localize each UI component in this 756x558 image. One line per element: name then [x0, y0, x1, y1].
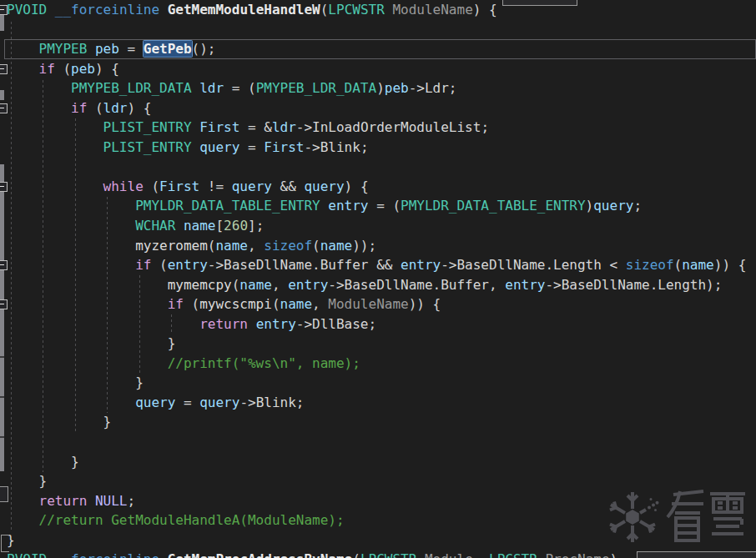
code-token-txt — [175, 218, 184, 234]
code-token-var: name — [215, 238, 248, 254]
code-line[interactable]: PMYLDR_DATA_TABLE_ENTRY entry = (PMYLDR_… — [0, 196, 756, 216]
code-token-txt: != — [199, 178, 232, 194]
code-token-txt — [192, 80, 200, 96]
code-token-txt — [248, 316, 256, 332]
fold-marker-icon[interactable] — [0, 5, 8, 15]
code-token-txt: ( — [272, 296, 280, 312]
code-line[interactable]: } — [0, 373, 756, 393]
code-token-txt — [7, 296, 168, 312]
code-token-txt — [385, 2, 393, 18]
collapsed-region-box[interactable] — [502, 0, 577, 6]
code-line[interactable]: PMYPEB_LDR_DATA ldr = (PMYPEB_LDR_DATA)p… — [0, 78, 756, 98]
code-line[interactable] — [0, 432, 756, 452]
fold-marker-icon[interactable] — [0, 182, 8, 192]
code-line[interactable] — [0, 20, 756, 40]
code-token-var: query — [593, 198, 633, 214]
code-token-mem: BaseDllName — [456, 257, 545, 273]
code-token-type: PVOID — [7, 2, 47, 18]
code-token-ctrl: if — [135, 257, 151, 273]
code-token-mem: DllBase — [312, 316, 368, 332]
code-token-type: PLIST_ENTRY — [103, 139, 192, 155]
fold-marker-icon[interactable] — [0, 103, 8, 113]
code-token-com: //return GetModuleHandleA(ModuleName); — [39, 512, 345, 528]
code-token-txt: } — [7, 414, 111, 430]
code-token-kw: sizeof — [626, 257, 674, 273]
code-line[interactable]: PLIST_ENTRY First = &ldr->InLoadOrderMod… — [0, 118, 756, 138]
code-line[interactable]: return NULL; — [0, 491, 756, 511]
code-token-kw: __forceinline — [55, 2, 159, 18]
fold-marker-icon[interactable] — [0, 260, 8, 270]
code-line[interactable]: } — [0, 334, 756, 354]
code-token-param: ModuleName — [328, 296, 408, 312]
code-token-txt — [416, 551, 425, 558]
code-line[interactable]: mymemcpy(name, entry->BaseDllName.Buffer… — [0, 275, 756, 295]
code-token-num: 260 — [224, 218, 248, 234]
code-token-txt — [7, 100, 71, 116]
code-line[interactable]: query = query->Blink; — [0, 393, 756, 413]
code-token-ctrl: if — [71, 100, 87, 116]
code-token-txt — [192, 119, 200, 135]
code-token-txt: , — [272, 277, 288, 293]
code-token-txt: ; — [449, 80, 457, 96]
code-line[interactable]: WCHAR name[260]; — [0, 216, 756, 236]
code-line[interactable]: PVOID __forceinline GetMemModuleHandleW(… — [0, 0, 756, 20]
code-line[interactable]: if (peb) { — [0, 59, 756, 79]
fold-marker-icon[interactable] — [0, 64, 8, 74]
code-line[interactable]: } — [0, 452, 756, 472]
code-token-txt: } — [7, 454, 79, 470]
code-line[interactable]: myzeromem(name, sizeof(name)); — [0, 236, 756, 256]
code-token-type: LPCWSTR — [360, 551, 416, 558]
code-token-var: query — [304, 178, 344, 194]
code-line[interactable]: } — [0, 471, 756, 491]
code-token-txt — [7, 119, 103, 135]
code-line[interactable]: while (First != query && query) { — [0, 177, 756, 197]
code-token-var: First — [264, 139, 304, 155]
code-token-txt: ( — [184, 296, 199, 312]
code-token-txt — [87, 41, 95, 57]
code-line[interactable]: PMYPEB peb = GetPeb(); — [0, 39, 756, 59]
code-token-txt: ( — [312, 238, 320, 254]
code-token-mem: BaseDllName — [345, 277, 433, 293]
selected-word-highlight[interactable]: GetPeb — [144, 41, 192, 57]
code-token-txt: , — [248, 238, 264, 254]
collapsed-region-box[interactable] — [637, 551, 756, 558]
code-token-txt — [192, 139, 200, 155]
code-token-txt: = — [239, 139, 264, 155]
code-token-txt — [7, 257, 135, 273]
code-token-txt: && — [369, 257, 401, 273]
code-token-txt: , — [312, 296, 328, 312]
code-token-txt: ; — [360, 139, 369, 155]
code-line[interactable] — [0, 157, 756, 177]
code-token-txt: ; — [633, 198, 642, 214]
code-line[interactable]: if (entry->BaseDllName.Buffer && entry->… — [0, 255, 756, 275]
code-token-var: entry — [168, 257, 208, 273]
code-token-ctrl: return — [199, 316, 248, 332]
code-token-txt: } — [7, 473, 47, 489]
code-token-txt: ( — [232, 277, 240, 293]
code-token-txt: ) { — [345, 178, 369, 194]
code-line[interactable]: //printf("%ws\n", name); — [0, 354, 756, 374]
code-token-txt: = ( — [369, 198, 401, 214]
code-line[interactable]: if (mywcscmpi(name, ModuleName)) { — [0, 294, 756, 314]
code-token-type: PMYLDR_DATA_TABLE_ENTRY — [135, 198, 320, 214]
code-line[interactable]: //return GetModuleHandleA(ModuleName); — [0, 510, 756, 530]
code-token-var: name — [320, 238, 353, 254]
code-token-mem: InLoadOrderModuleList — [312, 119, 481, 135]
code-token-txt: )) { — [409, 296, 441, 312]
code-token-fn: mywcscmpi — [199, 296, 272, 312]
code-line[interactable]: return entry->DllBase; — [0, 314, 756, 334]
code-token-var: ldr — [103, 100, 128, 116]
code-token-type: PMYPEB_LDR_DATA — [256, 80, 377, 96]
code-line[interactable]: PLIST_ENTRY query = First->Blink; — [0, 138, 756, 158]
fold-marker-icon[interactable] — [0, 299, 8, 309]
code-token-mem: Ldr — [425, 80, 449, 96]
code-token-txt — [47, 2, 55, 18]
code-token-txt: ( — [320, 2, 329, 18]
code-token-mem: Blink — [320, 139, 360, 155]
code-token-txt: ) { — [473, 2, 497, 18]
code-line[interactable]: } — [0, 530, 756, 550]
fold-marker-icon[interactable] — [0, 486, 8, 502]
code-line[interactable]: } — [0, 412, 756, 432]
code-line[interactable]: if (ldr) { — [0, 98, 756, 118]
code-token-txt: -> — [328, 277, 344, 293]
